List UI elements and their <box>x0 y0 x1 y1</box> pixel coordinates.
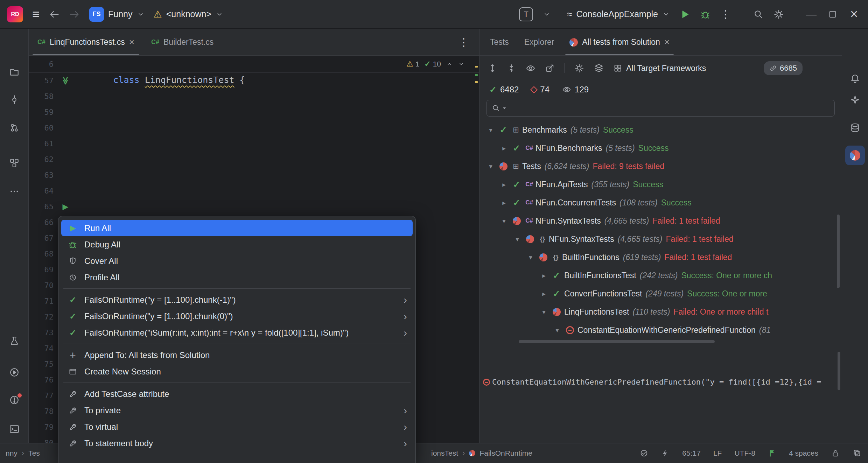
tab-close-icon[interactable]: × <box>664 37 670 48</box>
commit-icon[interactable] <box>9 94 20 105</box>
test-tree-row[interactable]: ▾ ⊞ Benchmarks (5 tests) Success <box>479 121 842 139</box>
menu-item-test[interactable]: ✓ FailsOnRuntime("y = [1..100].chunk(0)"… <box>61 308 413 324</box>
passed-counter[interactable]: ✓6482 <box>489 85 519 95</box>
test-tree-row[interactable]: ▸ BuiltInFunctionsTest (242 tests) Succe… <box>479 266 842 285</box>
tree-chevron-icon[interactable]: ▾ <box>511 235 524 243</box>
gutter-icon[interactable] <box>56 77 75 85</box>
debug-button[interactable] <box>700 9 710 20</box>
more-actions-icon[interactable]: ⋮ <box>720 8 731 20</box>
unit-tests-toolwindow-button[interactable] <box>845 146 865 165</box>
expand-all-icon[interactable] <box>488 64 497 73</box>
tab-explorer[interactable]: Explorer <box>517 29 562 55</box>
tab-options-icon[interactable]: ⋮ <box>458 36 479 48</box>
inspection-widget[interactable]: ⚠ 1 ✓ 10 <box>404 59 467 69</box>
session-link-badge[interactable]: 6685 <box>764 61 803 75</box>
run-configuration-selector[interactable]: ≈ ConsoleAppExample <box>567 9 670 20</box>
minimize-button[interactable]: — <box>804 8 818 20</box>
settings-gear-icon[interactable] <box>774 9 784 20</box>
maximize-button[interactable] <box>828 10 837 19</box>
tree-chevron-icon[interactable]: ▸ <box>538 272 550 280</box>
test-tree-row[interactable]: ▸ C# NFun.ConcurrentTests (108 tests) Su… <box>479 194 842 212</box>
code-line[interactable]: 59 <box>29 104 479 120</box>
menu-item-to-virtual[interactable]: To virtual › <box>61 419 413 435</box>
tree-chevron-icon[interactable]: ▾ <box>524 253 537 261</box>
target-frameworks-selector[interactable]: All Target Frameworks <box>614 64 706 73</box>
tab-tests[interactable]: Tests <box>482 29 517 55</box>
chevron-down-icon[interactable] <box>543 10 551 18</box>
pull-requests-icon[interactable] <box>9 122 20 133</box>
test-settings-gear-icon[interactable] <box>574 63 584 73</box>
lock-icon[interactable] <box>831 449 840 458</box>
indent-setting[interactable]: 4 spaces <box>789 449 818 457</box>
unit-tests-icon[interactable] <box>9 336 20 346</box>
test-tree-row[interactable]: ▸ ConvertFunctionsTest (249 tests) Succe… <box>479 285 842 303</box>
code-line[interactable]: 58 => expr.AssertReturns( id: "y", expec… <box>29 89 479 104</box>
close-button[interactable]: × <box>847 7 861 22</box>
tree-chevron-icon[interactable]: ▾ <box>538 308 550 316</box>
inspections-flag-icon[interactable] <box>768 449 776 457</box>
menu-item-append-to-session[interactable]: Append To: All tests from Solution <box>61 347 413 363</box>
tree-chevron-icon[interactable]: ▸ <box>538 290 550 298</box>
test-tree-row[interactable]: ▸ C# NFun.ApiTests (355 tests) Success <box>479 175 842 194</box>
output-scrollbar[interactable] <box>838 352 840 390</box>
main-menu-icon[interactable]: ≡ <box>32 8 40 21</box>
ai-assistant-icon[interactable] <box>850 94 860 105</box>
tree-chevron-icon[interactable]: ▸ <box>498 181 510 189</box>
power-save-icon[interactable] <box>661 449 670 457</box>
menu-item-test[interactable]: ✓ FailsOnRuntime("iSum(r:int, x:int):int… <box>61 324 413 341</box>
encoding[interactable]: UTF-8 <box>734 449 755 457</box>
run-widget-icon[interactable]: T <box>519 7 533 21</box>
menu-item-to-private[interactable]: To private › <box>61 402 413 419</box>
back-icon[interactable] <box>49 9 60 20</box>
code-line[interactable]: 62 [TestCase( <box>29 152 479 167</box>
test-tree-row[interactable]: ▾ C# NFun.SyntaxTests (4,665 tests) Fail… <box>479 212 842 230</box>
failed-counter[interactable]: 74 <box>531 85 550 94</box>
tree-chevron-icon[interactable]: ▾ <box>484 162 497 170</box>
problems-icon[interactable] <box>9 395 20 407</box>
test-output-console[interactable]: ConstantEquationWithGenericPredefinedFun… <box>479 344 842 443</box>
open-in-editor-icon[interactable] <box>545 64 554 73</box>
caret-position[interactable]: 65:17 <box>682 449 701 457</box>
layers-icon[interactable] <box>853 449 862 458</box>
test-tree-row[interactable]: ▾ ConstantEquationWithGenericPredefinedF… <box>479 321 842 339</box>
gutter-icon[interactable] <box>56 203 75 211</box>
menu-item-create-new-session[interactable]: Create New Session <box>61 363 413 380</box>
project-folder-icon[interactable] <box>9 67 20 77</box>
notifications-bell-icon[interactable] <box>850 73 860 84</box>
menu-item-add-testcase-attribute[interactable]: Add TestCase attribute <box>61 386 413 402</box>
test-search-input[interactable] <box>486 100 835 117</box>
tree-chevron-icon[interactable]: ▾ <box>498 217 510 225</box>
menu-item-to-statement-body[interactable]: To statement body › <box>61 435 413 451</box>
build-status-icon[interactable] <box>639 449 649 458</box>
test-tree-row[interactable]: ▾ {} BuiltInFunctions (619 tests) Failed… <box>479 248 842 266</box>
breadcrumb-right[interactable]: ionsTest › FailsOnRuntime <box>431 443 532 463</box>
forward-icon[interactable] <box>69 9 80 20</box>
run-button[interactable] <box>680 9 690 20</box>
tab-close-icon[interactable]: × <box>129 37 134 48</box>
tree-chevron-icon[interactable]: ▸ <box>498 199 510 207</box>
project-selector[interactable]: FS Funny <box>89 7 144 22</box>
show-passed-eye-icon[interactable] <box>526 63 536 73</box>
sticky-line[interactable]: 6 class LinqFunctionsTest { ⚠ 1 ✓ 10 <box>29 56 479 73</box>
menu-item-debug-all[interactable]: Debug All <box>61 236 413 253</box>
ignored-counter[interactable]: 129 <box>562 85 589 94</box>
menu-item-run-all[interactable]: Run All <box>61 220 413 236</box>
tree-chevron-icon[interactable]: ▾ <box>551 326 564 334</box>
menu-item-cover-all[interactable]: Cover All <box>61 253 413 269</box>
prev-problem-icon[interactable] <box>446 61 453 68</box>
search-icon[interactable] <box>753 9 764 20</box>
database-icon[interactable] <box>850 122 860 133</box>
tree-hscrollbar[interactable] <box>479 339 842 344</box>
test-tree-row[interactable]: ▾ ⊞ Tests (6,624 tests) Failed: 9 tests … <box>479 157 842 175</box>
tab-buildertest[interactable]: C# BuilderTest.cs <box>143 29 222 55</box>
test-tree[interactable]: ▾ ⊞ Benchmarks (5 tests) Success ▸ C# NF… <box>479 117 842 339</box>
code-line[interactable]: 57 public void HiOrderFunConstantEquatat… <box>29 73 479 89</box>
coverage-layers-icon[interactable] <box>594 63 604 73</box>
test-tree-row[interactable]: ▸ C# NFun.Benchmarks (5 tests) Success <box>479 139 842 157</box>
test-tree-row[interactable]: ▾ {} NFun.SyntaxTests (4,665 tests) Fail… <box>479 230 842 248</box>
editor-scrollbar[interactable] <box>474 56 479 443</box>
menu-item-profile-all[interactable]: Profile All <box>61 269 413 286</box>
collapse-all-icon[interactable] <box>507 64 516 73</box>
code-line[interactable]: 60 [TestCase( expr: "y = [1..100].chunk(… <box>29 120 479 136</box>
code-line[interactable]: 63 expr: @"iSum(r:int, x:int):int = r+x <box>29 167 479 183</box>
